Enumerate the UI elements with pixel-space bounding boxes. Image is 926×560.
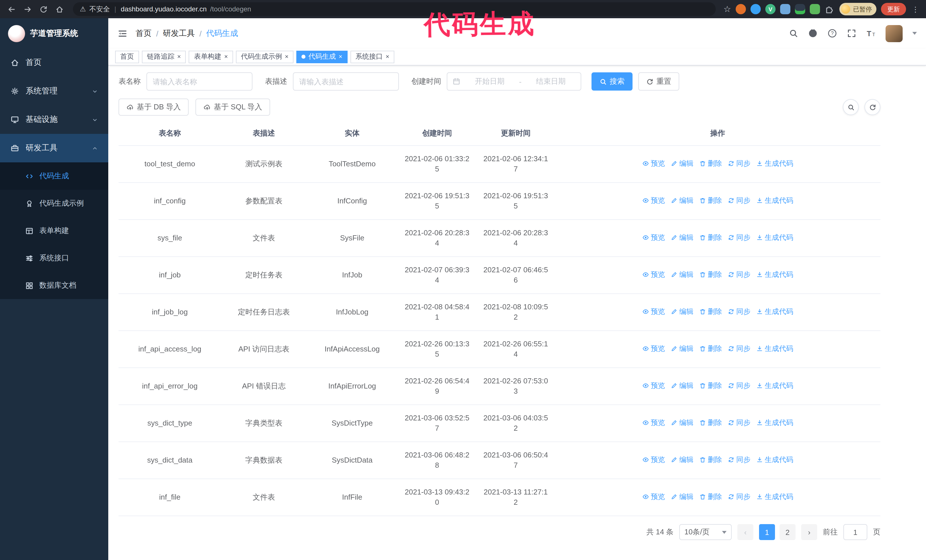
action-edit[interactable]: 编辑: [671, 158, 693, 169]
action-generate[interactable]: 生成代码: [756, 380, 793, 391]
action-delete[interactable]: 删除: [699, 454, 722, 465]
tab-代码生成示例[interactable]: 代码生成示例×: [236, 50, 294, 63]
action-sync[interactable]: 同步: [728, 195, 750, 206]
prev-page-button[interactable]: ‹: [737, 524, 754, 540]
extension-icon-4[interactable]: [795, 4, 805, 14]
avatar-caret-icon[interactable]: [912, 32, 917, 35]
extensions-puzzle-icon[interactable]: [825, 4, 835, 14]
tab-close-icon[interactable]: ×: [285, 54, 289, 60]
action-sync[interactable]: 同步: [728, 344, 750, 354]
github-icon[interactable]: [808, 29, 818, 38]
logo[interactable]: 芋道管理系统: [0, 18, 108, 48]
action-generate[interactable]: 生成代码: [756, 232, 793, 243]
sidebar-subitem-db-doc[interactable]: 数据库文档: [0, 272, 108, 299]
avatar[interactable]: [885, 25, 903, 42]
extension-icon-5[interactable]: [810, 4, 820, 14]
end-date-input[interactable]: 结束日期: [526, 76, 575, 87]
start-date-input[interactable]: 开始日期: [465, 76, 514, 87]
browser-profile-chip[interactable]: 已暂停: [840, 3, 876, 15]
action-preview[interactable]: 预览: [642, 306, 665, 317]
sidebar-item-infra[interactable]: 基础设施: [0, 106, 108, 134]
browser-menu-icon[interactable]: ⋮: [911, 5, 920, 14]
action-sync[interactable]: 同步: [728, 492, 750, 502]
sidebar-subitem-api[interactable]: 系统接口: [0, 245, 108, 272]
table-name-input[interactable]: [147, 72, 253, 91]
vue-devtools-icon[interactable]: V: [765, 4, 776, 14]
browser-update-button[interactable]: 更新: [881, 3, 906, 15]
action-sync[interactable]: 同步: [728, 269, 750, 280]
action-delete[interactable]: 删除: [699, 306, 722, 317]
action-preview[interactable]: 预览: [642, 344, 665, 354]
action-preview[interactable]: 预览: [642, 232, 665, 243]
action-generate[interactable]: 生成代码: [756, 492, 793, 502]
extension-icon-1[interactable]: [736, 4, 746, 14]
action-preview[interactable]: 预览: [642, 418, 665, 428]
refresh-table-button[interactable]: [864, 99, 881, 115]
action-edit[interactable]: 编辑: [671, 195, 693, 206]
sidebar-subitem-form-builder[interactable]: 表单构建: [0, 217, 108, 245]
toggle-search-button[interactable]: [843, 99, 859, 115]
action-delete[interactable]: 删除: [699, 344, 722, 354]
next-page-button[interactable]: ›: [801, 524, 817, 540]
action-generate[interactable]: 生成代码: [756, 344, 793, 354]
table-desc-input[interactable]: [293, 72, 399, 91]
tab-系统接口[interactable]: 系统接口×: [351, 50, 395, 63]
tab-close-icon[interactable]: ×: [386, 54, 389, 60]
sidebar-subitem-codegen-example[interactable]: 代码生成示例: [0, 190, 108, 217]
tab-close-icon[interactable]: ×: [224, 54, 228, 60]
action-generate[interactable]: 生成代码: [756, 158, 793, 169]
action-preview[interactable]: 预览: [642, 158, 665, 169]
tab-表单构建[interactable]: 表单构建×: [189, 50, 233, 63]
address-bar[interactable]: ⚠ 不安全 | dashboard.yudao.iocoder.cn/tool/…: [73, 2, 716, 16]
goto-page-input[interactable]: [843, 524, 867, 540]
tab-首页[interactable]: 首页: [115, 50, 139, 63]
fullscreen-icon[interactable]: [847, 29, 856, 38]
page-button-1[interactable]: 1: [759, 524, 775, 540]
extension-icon-3[interactable]: [780, 4, 790, 14]
tab-close-icon[interactable]: ×: [177, 54, 181, 60]
action-preview[interactable]: 预览: [642, 269, 665, 280]
action-delete[interactable]: 删除: [699, 380, 722, 391]
import-db-button[interactable]: 基于 DB 导入: [118, 98, 189, 116]
action-generate[interactable]: 生成代码: [756, 269, 793, 280]
action-sync[interactable]: 同步: [728, 380, 750, 391]
action-edit[interactable]: 编辑: [671, 306, 693, 317]
date-range-picker[interactable]: 开始日期 - 结束日期: [447, 72, 581, 91]
action-preview[interactable]: 预览: [642, 195, 665, 206]
tab-代码生成[interactable]: 代码生成×: [297, 50, 348, 63]
sidebar-collapse-icon[interactable]: [117, 28, 128, 38]
action-preview[interactable]: 预览: [642, 380, 665, 391]
breadcrumb-item[interactable]: 首页: [136, 28, 151, 38]
action-edit[interactable]: 编辑: [671, 344, 693, 354]
action-delete[interactable]: 删除: [699, 418, 722, 428]
action-delete[interactable]: 删除: [699, 158, 722, 169]
action-sync[interactable]: 同步: [728, 306, 750, 317]
tab-链路追踪[interactable]: 链路追踪×: [142, 50, 186, 63]
sidebar-item-dev-tools[interactable]: 研发工具: [0, 134, 108, 162]
action-preview[interactable]: 预览: [642, 454, 665, 465]
sidebar-item-home[interactable]: 首页: [0, 48, 108, 77]
page-size-select[interactable]: 10条/页: [679, 524, 732, 540]
tab-close-icon[interactable]: ×: [339, 54, 342, 60]
action-generate[interactable]: 生成代码: [756, 418, 793, 428]
home-icon[interactable]: [54, 3, 65, 15]
forward-icon[interactable]: [22, 3, 33, 15]
back-icon[interactable]: [6, 3, 17, 15]
reload-icon[interactable]: [38, 3, 49, 15]
action-delete[interactable]: 删除: [699, 269, 722, 280]
action-delete[interactable]: 删除: [699, 492, 722, 502]
extension-icon-2[interactable]: [750, 4, 761, 14]
action-sync[interactable]: 同步: [728, 232, 750, 243]
action-sync[interactable]: 同步: [728, 418, 750, 428]
search-button[interactable]: 搜索: [592, 72, 632, 91]
action-edit[interactable]: 编辑: [671, 492, 693, 502]
action-generate[interactable]: 生成代码: [756, 306, 793, 317]
action-delete[interactable]: 删除: [699, 195, 722, 206]
bookmark-star-icon[interactable]: ☆: [723, 4, 731, 14]
action-edit[interactable]: 编辑: [671, 454, 693, 465]
action-edit[interactable]: 编辑: [671, 418, 693, 428]
reset-button[interactable]: 重置: [638, 72, 679, 91]
font-size-icon[interactable]: TT: [866, 29, 876, 38]
action-sync[interactable]: 同步: [728, 454, 750, 465]
action-edit[interactable]: 编辑: [671, 380, 693, 391]
